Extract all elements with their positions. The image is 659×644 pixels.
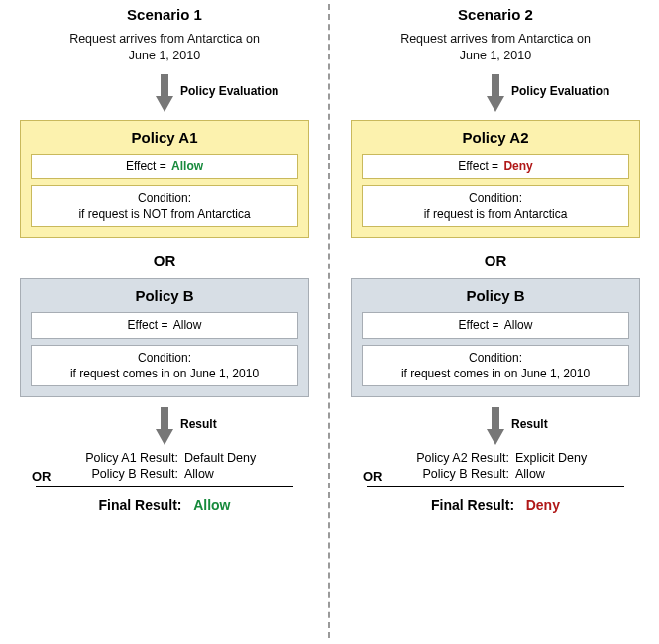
diagram-canvas: Scenario 1 Request arrives from Antarcti…	[0, 0, 659, 644]
policy-a2-effect: Effect = Deny	[362, 154, 629, 179]
policy-b-right-effect: Effect = Allow	[362, 312, 629, 338]
result-b1-label: Policy B Result:	[55, 467, 184, 481]
final-value-1: Allow	[193, 497, 230, 513]
result-a2-label: Policy A2 Result:	[386, 451, 515, 465]
or-separator-2: OR	[337, 252, 654, 268]
result-a2-value: Explicit Deny	[515, 451, 604, 465]
scenario-2-title: Scenario 2	[337, 6, 654, 23]
scenario-1-title: Scenario 1	[6, 6, 323, 23]
final-row-1: Final Result: Allow	[6, 497, 323, 513]
svg-marker-5	[487, 96, 504, 112]
down-arrow-icon	[154, 405, 175, 447]
policy-a1-title: Policy A1	[31, 129, 298, 146]
policy-a1-effect: Effect = Allow	[31, 154, 298, 179]
policy-a2-box: Policy A2 Effect = Deny Condition: if re…	[351, 120, 640, 239]
arrow-result-2: Result	[337, 403, 654, 449]
policy-b-left-condition: Condition: if request comes in on June 1…	[31, 345, 298, 386]
result-a1-label: Policy A1 Result:	[55, 451, 184, 465]
policy-a1-box: Policy A1 Effect = Allow Condition: if r…	[20, 120, 309, 239]
result-label-2: Result	[511, 417, 548, 431]
result-b1-value: Allow	[184, 467, 274, 481]
scenario-2-subtitle: Request arrives from Antarctica onJune 1…	[337, 31, 654, 64]
policy-a2-title: Policy A2	[362, 129, 629, 146]
policy-b-right-condition: Condition: if request comes in on June 1…	[362, 345, 629, 386]
arrow-eval-1: Policy Evaluation	[6, 70, 323, 116]
svg-marker-7	[487, 429, 504, 445]
scenario-2-column: Scenario 2 Request arrives from Antarcti…	[337, 0, 654, 513]
policy-a1-condition: Condition: if request is NOT from Antarc…	[31, 185, 298, 227]
or-side-1: OR	[32, 469, 52, 483]
rule-1	[36, 486, 293, 487]
result-a1-value: Default Deny	[184, 451, 274, 465]
eval-label-2: Policy Evaluation	[511, 84, 609, 98]
result-b2-label: Policy B Result:	[386, 467, 515, 481]
eval-label-1: Policy Evaluation	[180, 84, 278, 98]
scenario-1-column: Scenario 1 Request arrives from Antarcti…	[6, 0, 323, 513]
policy-b-left-box: Policy B Effect = Allow Condition: if re…	[20, 278, 309, 397]
svg-marker-3	[156, 429, 173, 445]
result-label-1: Result	[180, 417, 217, 431]
policy-a2-condition: Condition: if request is from Antarctica	[362, 185, 629, 227]
result-b2-value: Allow	[515, 467, 604, 481]
arrow-result-1: Result	[6, 403, 323, 449]
or-side-2: OR	[363, 469, 383, 483]
results-2: OR Policy A2 Result: Explicit Deny Polic…	[367, 451, 624, 481]
final-value-2: Deny	[526, 497, 560, 513]
down-arrow-icon	[485, 405, 506, 447]
policy-b-left-title: Policy B	[31, 287, 298, 304]
results-1: OR Policy A1 Result: Default Deny Policy…	[36, 451, 293, 481]
arrow-eval-2: Policy Evaluation	[337, 70, 654, 116]
policy-b-right-box: Policy B Effect = Allow Condition: if re…	[351, 278, 640, 397]
down-arrow-icon	[485, 72, 506, 114]
down-arrow-icon	[154, 72, 175, 114]
svg-rect-4	[492, 74, 499, 96]
or-separator-1: OR	[6, 252, 323, 268]
svg-rect-6	[492, 407, 499, 429]
policy-b-left-effect: Effect = Allow	[31, 312, 298, 338]
svg-marker-1	[156, 96, 173, 112]
scenario-1-subtitle: Request arrives from Antarctica onJune 1…	[6, 31, 323, 64]
final-row-2: Final Result: Deny	[337, 497, 654, 513]
rule-2	[367, 486, 624, 487]
vertical-divider	[328, 4, 330, 638]
policy-b-right-title: Policy B	[362, 287, 629, 304]
svg-rect-0	[161, 74, 168, 96]
svg-rect-2	[161, 407, 168, 429]
